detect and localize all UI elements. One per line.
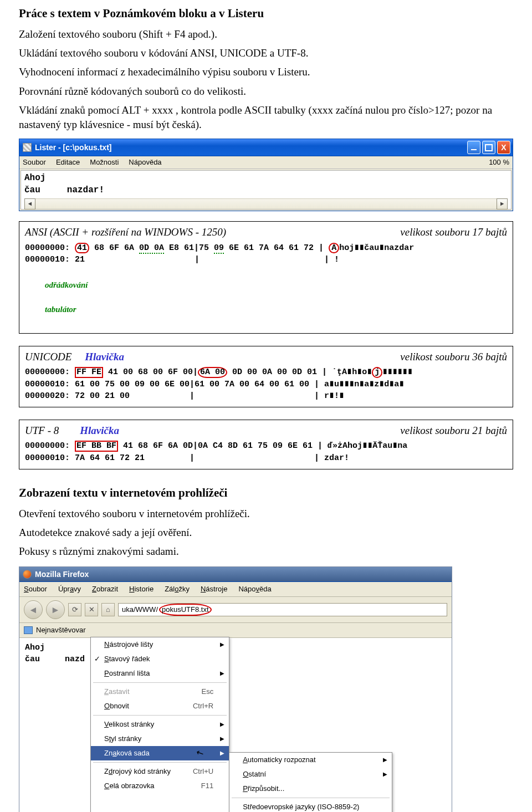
menu-item[interactable]: Soubor <box>23 157 46 167</box>
unicode-hex-line: 00000000: FF FE 41 00 68 00 6F 00|6A 00 … <box>25 366 507 379</box>
menu-item[interactable]: Historie <box>129 584 154 594</box>
unicode-hex-line: 00000010: 61 00 75 00 09 00 6E 00|61 00 … <box>25 379 507 391</box>
firefox-window: Mozilla Firefox Soubor Úpravy Zobrazit H… <box>19 566 452 812</box>
bookmarks-label[interactable]: Nejnavštěvovar <box>36 625 86 635</box>
menu-item[interactable]: Zobrazit <box>92 584 118 594</box>
red-box-annotation: EF BB BF <box>75 441 118 452</box>
para: Vyhodnocení informací z hexadecimálního … <box>19 65 513 79</box>
unicode-hex-line: 00000020: 72 00 21 00 | | r∎!∎ <box>25 390 507 402</box>
para: Otevření textového souboru v internetové… <box>19 507 513 521</box>
reload-button[interactable]: ⟳ <box>68 603 81 616</box>
firefox-titlebar: Mozilla Firefox <box>19 567 452 582</box>
ansi-hex-box: ANSI (ASCII + rozšíření na WINDOWS - 125… <box>19 221 513 333</box>
unicode-size: velikost souboru 36 bajtů <box>400 350 507 364</box>
zobrazit-menu: Nástrojové lišty▶✓Stavový řádekPostranní… <box>90 637 229 812</box>
bookmarks-bar: Nejnavštěvovar <box>19 623 452 638</box>
scroll-right-icon[interactable]: ► <box>497 198 508 210</box>
menu-item[interactable]: Automaticky rozpoznat▶ <box>229 753 392 767</box>
ansi-hex-line: 00000000: 41 68 6F 6A 0D 0A E8 61|75 09 … <box>25 242 507 254</box>
red-circle-annotation: 6A 00 <box>198 367 227 378</box>
menu-item[interactable]: Možnosti <box>90 157 119 167</box>
para: Pokusy s různými znakovými sadami. <box>19 544 513 559</box>
lister-line: Ahoj <box>24 172 508 184</box>
utf8-title: UTF - 8 <box>25 425 59 436</box>
annotation-tabulator: tabulátor <box>45 305 76 314</box>
firefox-title-text: Mozilla Firefox <box>35 569 89 580</box>
ansi-size: velikost souboru 17 bajtů <box>400 225 507 239</box>
lister-line: čau nazdar! <box>24 184 508 196</box>
annotation-odradkovani: odřádkování <box>45 280 88 289</box>
lister-percent: 100 % <box>489 157 509 167</box>
lister-menubar: Soubor Editace Možnosti Nápověda 100 % <box>19 156 513 169</box>
firefox-icon <box>23 570 32 579</box>
maximize-button[interactable] <box>482 141 495 154</box>
folder-icon <box>24 626 33 634</box>
menu-item[interactable]: Styl stránky▶ <box>91 732 229 746</box>
menu-item[interactable]: ZastavitEsc <box>91 685 229 699</box>
menu-item[interactable]: Záložky <box>165 584 190 594</box>
red-circle-annotation: A <box>329 243 339 254</box>
lister-scrollbar[interactable]: ◄ ► <box>24 198 508 209</box>
menu-item[interactable]: Soubor <box>24 584 47 594</box>
znakova-sada-submenu: Automaticky rozpoznat▶Ostatní▶Přizpůsobi… <box>229 752 392 812</box>
menu-item[interactable]: Nástrojové lišty▶ <box>91 637 229 652</box>
para: Vkládání znaků pomocí ALT + xxxx , kontr… <box>19 103 513 132</box>
red-circle-annotation: pokusUTF8.txt <box>159 604 212 616</box>
firefox-menubar: Soubor Úpravy Zobrazit Historie Záložky … <box>19 582 452 597</box>
menu-item[interactable]: Ostatní▶ <box>229 767 392 782</box>
menu-item[interactable]: Úpravy <box>58 584 81 594</box>
cursor-icon: ↖ <box>194 746 206 760</box>
menu-item[interactable]: Celá obrazovkaF11 <box>91 779 229 793</box>
lister-icon <box>23 143 32 152</box>
menu-item[interactable]: Nápověda <box>238 584 271 594</box>
annotation-hlavicka: Hlavička <box>85 351 124 362</box>
back-button[interactable]: ◄ <box>24 600 43 619</box>
menu-item[interactable]: Přizpůsobit... <box>229 782 392 796</box>
red-circle-annotation: 41 <box>75 243 89 254</box>
red-box-annotation: FF FE <box>75 367 103 378</box>
menu-item[interactable]: Nápověda <box>129 157 161 167</box>
firefox-toolbar: ◄ ► ⟳ ✕ ⌂ uka/WWW/pokusUTF8.txt <box>19 597 452 623</box>
ansi-title: ANSI (ASCII + rozšíření na WINDOWS - 125… <box>25 225 226 239</box>
menu-item[interactable]: Středoevropské jazyky (ISO-8859-2) <box>229 800 392 812</box>
lister-titlebar: Lister - [c:\pokus.txt] X <box>19 139 513 156</box>
utf8-hex-line: 00000000: EF BB BF 41 68 6F 6A 0D|0A C4 … <box>25 440 507 452</box>
menu-item[interactable]: Znaková sada▶↖ <box>91 746 229 760</box>
para: Ukládání textového souboru v kódování AN… <box>19 46 513 60</box>
lister-body: Ahoj čau nazdar! ◄ ► <box>21 170 511 210</box>
minimize-button[interactable] <box>467 141 480 154</box>
heading-browser: Zobrazení textu v internetovém prohlížeč… <box>19 485 513 501</box>
menu-item[interactable]: Editace <box>56 157 80 167</box>
menu-item[interactable]: ObnovitCtrl+R <box>91 699 229 713</box>
lister-title-text: Lister - [c:\pokus.txt] <box>35 142 111 153</box>
home-button[interactable]: ⌂ <box>101 603 115 616</box>
menu-item[interactable]: Velikost stránky▶ <box>91 717 229 732</box>
para: Založení textového souboru (Shift + F4 a… <box>19 27 513 42</box>
utf8-hex-box: UTF - 8 Hlavička velikost souboru 21 baj… <box>19 420 513 469</box>
menu-item[interactable]: Nástroje <box>201 584 227 594</box>
red-circle-annotation: j <box>372 367 382 378</box>
annotation-hlavicka: Hlavička <box>80 425 119 436</box>
forward-button[interactable]: ► <box>46 600 65 619</box>
firefox-body-text: Ahoj čau nazd <box>19 638 90 670</box>
unicode-hex-box: UNICODE Hlavička velikost souboru 36 baj… <box>19 346 513 407</box>
heading-main: Práce s textem v Poznámkovém bloku a v L… <box>19 6 513 22</box>
menu-item[interactable]: ✓Stavový řádek <box>91 652 229 666</box>
para: Autodetekce znakové sady a její ověření. <box>19 525 513 540</box>
para: Porovnání různě kódovaných souborů co do… <box>19 84 513 99</box>
url-input[interactable]: uka/WWW/pokusUTF8.txt <box>118 603 447 616</box>
menu-item[interactable]: Postranní lišta▶ <box>91 666 229 681</box>
utf8-hex-line: 00000010: 7A 64 61 72 21 | | zdar! <box>25 452 507 464</box>
menu-item[interactable]: Zdrojový kód stránkyCtrl+U <box>91 764 229 779</box>
scroll-left-icon[interactable]: ◄ <box>24 198 35 210</box>
close-button[interactable]: X <box>497 141 510 154</box>
unicode-title: UNICODE <box>25 351 71 362</box>
utf8-size: velikost souboru 21 bajtů <box>400 423 507 438</box>
stop-button[interactable]: ✕ <box>85 603 98 616</box>
lister-window: Lister - [c:\pokus.txt] X Soubor Editace… <box>19 139 513 211</box>
